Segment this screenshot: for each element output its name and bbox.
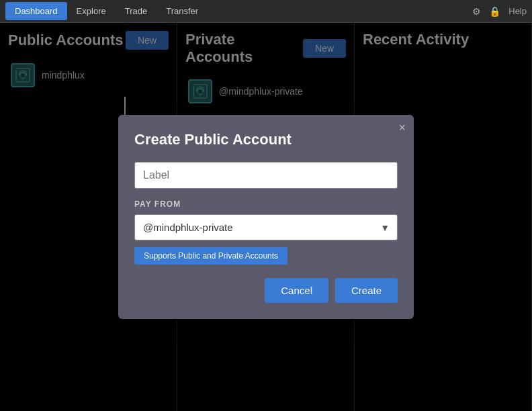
modal-overlay[interactable]: × Create Public Account PAY FROM @mindph… <box>0 23 532 411</box>
top-nav: Dashboard Explore Trade Transfer ⚙ 🔒 Hel… <box>0 0 532 23</box>
nav-tab-explore[interactable]: Explore <box>67 2 116 20</box>
create-button[interactable]: Create <box>335 278 398 303</box>
modal-title: Create Public Account <box>134 131 398 148</box>
nav-tab-trade[interactable]: Trade <box>116 2 157 20</box>
modal-actions: Cancel Create <box>134 278 398 303</box>
pay-from-select-wrapper: @mindphlux-private ▼ <box>134 214 398 240</box>
pay-from-select[interactable]: @mindphlux-private <box>134 214 398 240</box>
nav-tab-dashboard[interactable]: Dashboard <box>5 2 67 20</box>
gear-icon[interactable]: ⚙ <box>472 6 481 17</box>
help-link[interactable]: Help <box>508 6 527 16</box>
modal-close-button[interactable]: × <box>398 122 406 134</box>
main-area: Public Accounts New mindphlux Private Ac… <box>0 23 532 411</box>
pay-from-label: PAY FROM <box>134 199 398 209</box>
create-public-account-modal: × Create Public Account PAY FROM @mindph… <box>118 115 414 319</box>
label-input[interactable] <box>134 162 398 189</box>
nav-tab-transfer[interactable]: Transfer <box>157 2 208 20</box>
cancel-button[interactable]: Cancel <box>265 278 328 303</box>
lock-icon[interactable]: 🔒 <box>489 6 500 17</box>
supports-note: Supports Public and Private Accounts <box>134 247 287 265</box>
